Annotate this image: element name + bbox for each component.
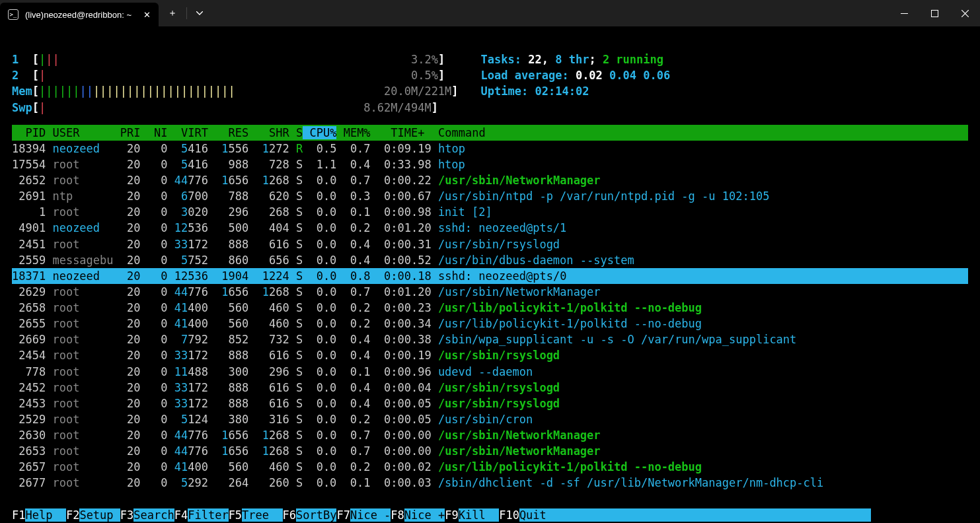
- fkey-label[interactable]: Nice +: [404, 508, 445, 522]
- minimize-button[interactable]: [889, 0, 919, 26]
- cpu2-label: 2: [12, 69, 19, 82]
- process-row[interactable]: 778 root 20 0 11488 300 296 S 0.0 0.1 0:…: [12, 364, 968, 380]
- fkey-label[interactable]: Help: [25, 508, 65, 522]
- tasks-running: 2 running: [603, 53, 663, 66]
- process-row[interactable]: 17554 root 20 0 5416 988 728 S 1.1 0.4 0…: [12, 157, 968, 172]
- process-row[interactable]: 2652 root 20 0 44776 1656 1268 S 0.0 0.7…: [12, 172, 968, 188]
- maximize-button[interactable]: [919, 0, 950, 26]
- process-row[interactable]: 2529 root 20 0 5124 380 316 S 0.0 0.2 0:…: [12, 411, 968, 427]
- process-header[interactable]: PID USER PRI NI VIRT RES SHR S CPU% MEM%…: [12, 125, 968, 141]
- svg-rect-1: [931, 10, 938, 17]
- process-row[interactable]: 18371 neozeed 20 0 12536 1904 1224 S 0.0…: [12, 268, 968, 284]
- fkey[interactable]: F10: [499, 508, 519, 522]
- process-row[interactable]: 18394 neozeed 20 0 5416 1556 1272 R 0.5 …: [12, 141, 968, 157]
- process-row[interactable]: 2677 root 20 0 5292 264 260 S 0.0 0.1 0:…: [12, 475, 968, 491]
- process-row[interactable]: 2451 root 20 0 33172 888 616 S 0.0 0.4 0…: [12, 236, 968, 252]
- cpu2-pct: 0.5%: [411, 69, 438, 82]
- process-list: 18394 neozeed 20 0 5416 1556 1272 R 0.5 …: [12, 141, 968, 491]
- process-row[interactable]: 2655 root 20 0 41400 560 460 S 0.0 0.2 0…: [12, 316, 968, 331]
- process-row[interactable]: 2669 root 20 0 7792 852 732 S 0.0 0.4 0:…: [12, 331, 968, 347]
- fkey-label[interactable]: Nice -: [350, 508, 391, 522]
- fkey[interactable]: F1: [12, 508, 25, 522]
- uptime-value: 02:14:02: [535, 85, 589, 98]
- function-key-bar: F1Help F2Setup F3SearchF4FilterF5Tree F6…: [0, 507, 980, 523]
- process-row[interactable]: 2453 root 20 0 33172 888 616 S 0.0 0.4 0…: [12, 396, 968, 411]
- fkey-label[interactable]: SortBy: [296, 508, 336, 522]
- close-button[interactable]: [950, 0, 980, 26]
- mem-val: 20.0M/221M: [384, 85, 451, 98]
- swp-val: 8.62M/494M: [363, 101, 431, 114]
- fkey-label[interactable]: Tree: [242, 508, 282, 522]
- process-row[interactable]: 4901 neozeed 20 0 12536 500 404 S 0.0 0.…: [12, 220, 968, 236]
- meters-column: 1 [||| 3.2%] 2 [| 0.5%] Mem[||||||||||||…: [12, 36, 459, 116]
- stats-block: 1 [||| 3.2%] 2 [| 0.5%] Mem[||||||||||||…: [12, 36, 968, 116]
- load-1: 0.02: [576, 69, 603, 82]
- tabs-area: >_ (live)neozeed@redribbon: ~ ✕ ＋: [0, 0, 212, 26]
- svg-rect-0: [901, 13, 908, 14]
- mem-label: Mem: [12, 85, 32, 98]
- terminal-tab[interactable]: >_ (live)neozeed@redribbon: ~ ✕: [0, 3, 159, 26]
- process-row[interactable]: 2454 root 20 0 33172 888 616 S 0.0 0.4 0…: [12, 347, 968, 363]
- window-controls: [889, 0, 980, 26]
- load-15: 0.06: [643, 69, 670, 82]
- process-row[interactable]: 2657 root 20 0 41400 560 460 S 0.0 0.2 0…: [12, 459, 968, 475]
- cpu1-pct: 3.2%: [411, 53, 438, 66]
- fkey-label[interactable]: Filter: [188, 508, 228, 522]
- cpu1-label: 1: [12, 53, 19, 66]
- process-row[interactable]: 2452 root 20 0 33172 888 616 S 0.0 0.4 0…: [12, 380, 968, 396]
- swp-label: Swp: [12, 101, 32, 114]
- new-tab-button[interactable]: ＋: [159, 7, 186, 19]
- fkey[interactable]: F5: [229, 508, 242, 522]
- window-titlebar: >_ (live)neozeed@redribbon: ~ ✕ ＋: [0, 0, 980, 26]
- process-row[interactable]: 2691 ntp 20 0 6700 788 620 S 0.0 0.3 0:0…: [12, 188, 968, 204]
- process-row[interactable]: 2559 messagebu 20 0 5752 860 656 S 0.0 0…: [12, 252, 968, 268]
- terminal-content[interactable]: 1 [||| 3.2%] 2 [| 0.5%] Mem[||||||||||||…: [0, 26, 980, 523]
- fkey[interactable]: F4: [174, 508, 188, 522]
- process-row[interactable]: 2629 root 20 0 44776 1656 1268 S 0.0 0.7…: [12, 284, 968, 300]
- process-row[interactable]: 2630 root 20 0 44776 1656 1268 S 0.0 0.7…: [12, 427, 968, 443]
- tab-dropdown-button[interactable]: [187, 11, 212, 15]
- fkey[interactable]: F8: [391, 508, 404, 522]
- load-5: 0.04: [609, 69, 636, 82]
- load-label: Load average:: [481, 69, 576, 82]
- tab-title: (live)neozeed@redribbon: ~: [25, 10, 132, 20]
- tasks-thr: 8 thr: [555, 53, 589, 66]
- fkey[interactable]: F3: [120, 508, 133, 522]
- tasks-label: Tasks:: [481, 53, 529, 66]
- fkey[interactable]: F2: [66, 508, 79, 522]
- tasks-count: 22: [528, 53, 541, 66]
- info-column: Tasks: 22, 8 thr; 2 running Load average…: [481, 36, 671, 116]
- close-icon[interactable]: ✕: [143, 10, 151, 20]
- fkey-label[interactable]: Quit: [519, 508, 871, 522]
- fkey-label[interactable]: Search: [133, 508, 174, 522]
- fkey[interactable]: F6: [283, 508, 296, 522]
- process-row[interactable]: 1 root 20 0 3020 296 268 S 0.0 0.1 0:00.…: [12, 204, 968, 220]
- process-row[interactable]: 2653 root 20 0 44776 1656 1268 S 0.0 0.7…: [12, 443, 968, 459]
- fkey-label[interactable]: Setup: [79, 508, 120, 522]
- terminal-icon: >_: [8, 9, 19, 20]
- fkey[interactable]: F9: [445, 508, 458, 522]
- fkey-label[interactable]: Kill: [459, 508, 499, 522]
- fkey[interactable]: F7: [336, 508, 350, 522]
- process-row[interactable]: 2658 root 20 0 41400 560 460 S 0.0 0.2 0…: [12, 300, 968, 316]
- uptime-label: Uptime:: [481, 85, 535, 98]
